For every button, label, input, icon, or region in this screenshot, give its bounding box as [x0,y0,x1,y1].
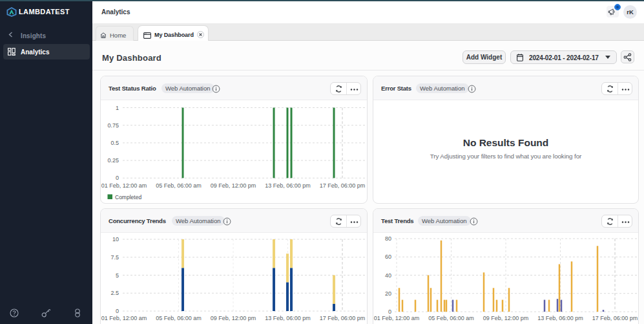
svg-text:13 Feb, 06:00 pm: 13 Feb, 06:00 pm [265,182,311,189]
svg-text:Completed: Completed [115,194,141,200]
svg-text:17 Feb, 06:00 pm: 17 Feb, 06:00 pm [320,182,366,189]
svg-text:01 Feb, 12:00 am: 01 Feb, 12:00 am [101,315,147,321]
svg-text:5: 5 [116,272,119,279]
svg-text:13 Feb, 06:00 pm: 13 Feb, 06:00 pm [537,315,583,321]
svg-text:7.5: 7.5 [110,254,119,261]
svg-text:13 Feb, 06:00 pm: 13 Feb, 06:00 pm [265,315,311,321]
svg-text:0: 0 [116,308,119,314]
svg-text:09 Feb, 12:00 pm: 09 Feb, 12:00 pm [211,182,256,189]
svg-text:0: 0 [116,175,119,181]
svg-text:80: 80 [385,235,391,242]
svg-text:01 Feb, 12:00 am: 01 Feb, 12:00 am [374,315,420,321]
svg-text:0: 0 [388,308,391,315]
svg-text:05 Feb, 06:00 am: 05 Feb, 06:00 am [156,182,202,189]
svg-text:05 Feb, 06:00 am: 05 Feb, 06:00 am [428,315,474,321]
svg-text:0.5: 0.5 [110,140,119,146]
svg-text:2.5: 2.5 [110,290,119,296]
svg-text:60: 60 [385,254,391,260]
svg-text:09 Feb, 12:00 pm: 09 Feb, 12:00 pm [483,315,529,321]
svg-text:01 Feb, 12:00 am: 01 Feb, 12:00 am [101,182,147,189]
svg-text:17 Feb, 06:00 pm: 17 Feb, 06:00 pm [320,315,366,321]
svg-text:17 Feb, 06:00 pm: 17 Feb, 06:00 pm [592,315,638,321]
svg-text:1: 1 [116,105,119,111]
svg-text:40: 40 [385,272,391,279]
svg-text:0.75: 0.75 [107,122,119,129]
svg-text:10: 10 [112,236,119,243]
svg-text:09 Feb, 12:00 pm: 09 Feb, 12:00 pm [211,315,256,321]
svg-text:0.25: 0.25 [107,157,119,164]
svg-text:05 Feb, 06:00 am: 05 Feb, 06:00 am [156,315,202,321]
svg-text:20: 20 [385,290,391,297]
